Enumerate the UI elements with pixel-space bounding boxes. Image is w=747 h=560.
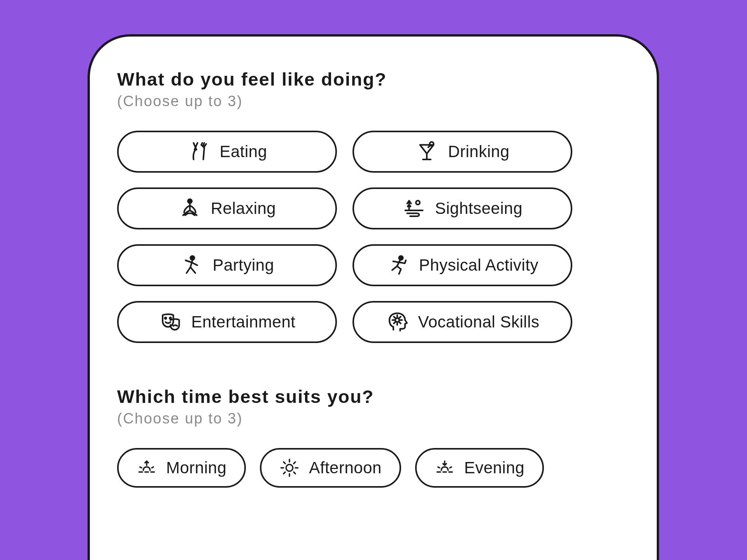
head-gear-icon	[386, 310, 409, 334]
option-partying[interactable]: Partying	[117, 244, 337, 286]
option-label: Afternoon	[309, 458, 382, 477]
landscape-icon	[402, 197, 426, 220]
svg-point-2	[416, 201, 420, 205]
option-label: Physical Activity	[419, 256, 538, 275]
sunrise-icon	[137, 458, 157, 478]
sun-icon	[279, 458, 300, 478]
activities-grid: Eating Drinking	[117, 131, 630, 343]
svg-point-6	[170, 317, 171, 319]
utensils-icon	[187, 140, 210, 163]
option-evening[interactable]: Evening	[415, 448, 544, 488]
preferences-card: What do you feel like doing? (Choose up …	[88, 34, 659, 560]
option-label: Eating	[219, 142, 267, 161]
option-afternoon[interactable]: Afternoon	[260, 448, 401, 488]
option-entertainment[interactable]: Entertainment	[117, 301, 337, 343]
dancing-icon	[180, 254, 203, 277]
option-sightseeing[interactable]: Sightseeing	[352, 187, 572, 229]
option-physical-activity[interactable]: Physical Activity	[352, 244, 572, 286]
svg-point-4	[399, 256, 403, 260]
svg-point-8	[286, 464, 293, 471]
activities-subtitle: (Choose up to 3)	[117, 93, 630, 110]
option-label: Partying	[212, 256, 274, 275]
theater-masks-icon	[159, 310, 182, 334]
activities-title: What do you feel like doing?	[117, 68, 630, 90]
times-title: Which time best suits you?	[117, 386, 630, 407]
sunset-icon	[435, 458, 455, 478]
times-row: Morning Afternoon	[117, 448, 630, 488]
option-label: Sightseeing	[435, 199, 523, 218]
svg-point-1	[188, 199, 192, 203]
option-label: Evening	[464, 458, 524, 477]
svg-point-3	[191, 256, 195, 260]
times-section: Which time best suits you? (Choose up to…	[117, 386, 630, 488]
running-icon	[386, 254, 410, 277]
option-label: Morning	[166, 458, 226, 477]
option-morning[interactable]: Morning	[117, 448, 246, 488]
times-subtitle: (Choose up to 3)	[117, 410, 630, 427]
option-relaxing[interactable]: Relaxing	[117, 187, 337, 229]
svg-point-7	[395, 318, 399, 322]
option-label: Vocational Skills	[418, 313, 540, 331]
option-vocational-skills[interactable]: Vocational Skills	[352, 301, 572, 343]
activities-section: What do you feel like doing? (Choose up …	[117, 68, 630, 343]
option-label: Entertainment	[191, 313, 296, 331]
option-label: Drinking	[448, 142, 509, 161]
cocktail-icon	[415, 140, 438, 163]
option-eating[interactable]: Eating	[117, 131, 337, 173]
option-label: Relaxing	[211, 199, 276, 218]
option-drinking[interactable]: Drinking	[352, 131, 572, 173]
meditation-icon	[178, 197, 202, 220]
svg-point-5	[165, 317, 166, 319]
